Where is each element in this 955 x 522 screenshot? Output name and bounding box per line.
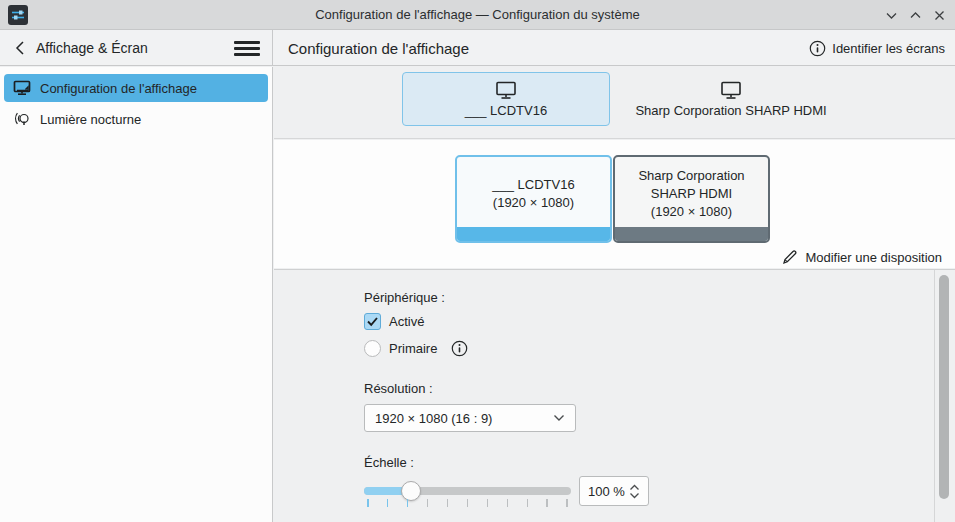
- back-button[interactable]: [6, 34, 34, 62]
- spin-up-icon[interactable]: [629, 484, 640, 491]
- resolution-label: Résolution :: [364, 381, 433, 396]
- header: Affichage & Écran Configuration de l'aff…: [0, 30, 955, 66]
- window-title: Configuration de l'affichage — Configura…: [0, 0, 955, 30]
- screen-preview-lcdtv16[interactable]: ___ LCDTV16 (1920 × 1080): [455, 155, 612, 243]
- scale-label: Échelle :: [364, 455, 414, 470]
- scale-slider-ticks: [367, 499, 568, 507]
- info-icon: [809, 40, 826, 57]
- system-settings-window: Configuration de l'affichage — Configura…: [0, 0, 955, 522]
- output-tabstrip: ___ LCDTV16 Sharp Corporation SHARP HDMI: [274, 67, 955, 139]
- night-light-icon: [13, 111, 31, 128]
- screen-color-bar: [615, 227, 768, 241]
- modify-layout-button[interactable]: Modifier une disposition: [782, 249, 942, 265]
- scale-spinbox[interactable]: 100 %: [579, 476, 649, 506]
- info-icon[interactable]: [451, 340, 468, 357]
- resolution-value: 1920 × 1080 (16 : 9): [375, 411, 492, 426]
- scroll-area-divider: [934, 270, 935, 522]
- close-button[interactable]: [931, 7, 947, 23]
- screen-arrangement-area: ___ LCDTV16 (1920 × 1080) Sharp Corporat…: [274, 140, 955, 268]
- output-tab-label: ___ LCDTV16: [465, 103, 547, 118]
- device-label: Périphérique :: [364, 290, 445, 305]
- page-title: Configuration de l'affichage: [288, 40, 469, 57]
- screen-preview-sharp-hdmi[interactable]: Sharp Corporation SHARP HDMI (1920 × 108…: [613, 155, 770, 243]
- screen-color-bar: [457, 227, 610, 241]
- maximize-button[interactable]: [907, 7, 923, 23]
- spin-down-icon[interactable]: [629, 492, 640, 499]
- titlebar: Configuration de l'affichage — Configura…: [0, 0, 955, 30]
- resolution-dropdown[interactable]: 1920 × 1080 (16 : 9): [364, 404, 576, 432]
- enabled-label: Activé: [389, 314, 424, 329]
- identify-screens-label: Identifier les écrans: [832, 41, 945, 56]
- header-right: Configuration de l'affichage Identifier …: [274, 30, 955, 66]
- spinbox-arrows: [629, 484, 640, 499]
- scale-value: 100 %: [588, 484, 625, 499]
- enabled-checkbox[interactable]: [364, 313, 381, 330]
- sidebar-item-night-light[interactable]: Lumière nocturne: [4, 105, 268, 133]
- category-title: Affichage & Écran: [36, 40, 148, 56]
- check-icon: [366, 315, 379, 328]
- screen-settings-panel: Périphérique : Activé Primaire Résolutio…: [274, 269, 955, 522]
- sidebar-item-display-configuration[interactable]: Configuration de l'affichage: [4, 74, 268, 102]
- screen-resolution: (1920 × 1080): [638, 203, 744, 221]
- header-left: Affichage & Écran: [0, 30, 273, 66]
- primary-row: Primaire: [364, 340, 468, 357]
- primary-label: Primaire: [389, 341, 437, 356]
- minimize-button[interactable]: [883, 7, 899, 23]
- monitor-icon: [495, 81, 517, 100]
- identify-screens-button[interactable]: Identifier les écrans: [809, 40, 945, 57]
- output-tab-sharp-hdmi[interactable]: Sharp Corporation SHARP HDMI: [616, 72, 846, 126]
- hamburger-menu-icon[interactable]: [234, 38, 260, 58]
- monitor-icon: [13, 80, 31, 96]
- enabled-row: Activé: [364, 313, 424, 330]
- sidebar-item-label: Lumière nocturne: [40, 112, 141, 127]
- edit-pencil-icon: [782, 249, 798, 265]
- scale-slider-handle[interactable]: [401, 481, 421, 501]
- chevron-down-icon: [553, 414, 565, 422]
- scale-slider-track[interactable]: [364, 487, 571, 495]
- primary-radio[interactable]: [364, 340, 381, 357]
- modify-layout-label: Modifier une disposition: [805, 250, 942, 265]
- main-content: ___ LCDTV16 Sharp Corporation SHARP HDMI…: [274, 67, 955, 522]
- screen-name: Sharp Corporation: [638, 167, 744, 185]
- monitor-icon: [720, 81, 742, 100]
- screen-name: ___ LCDTV16: [492, 176, 574, 194]
- screen-name: SHARP HDMI: [638, 185, 744, 203]
- sidebar-item-label: Configuration de l'affichage: [40, 81, 197, 96]
- screen-resolution: (1920 × 1080): [492, 194, 574, 212]
- output-tab-label: Sharp Corporation SHARP HDMI: [635, 103, 826, 118]
- window-controls: [883, 0, 947, 30]
- output-tab-lcdtv16[interactable]: ___ LCDTV16: [402, 72, 610, 126]
- sidebar: Configuration de l'affichage Lumière noc…: [0, 67, 273, 522]
- vertical-scrollbar[interactable]: [939, 275, 949, 499]
